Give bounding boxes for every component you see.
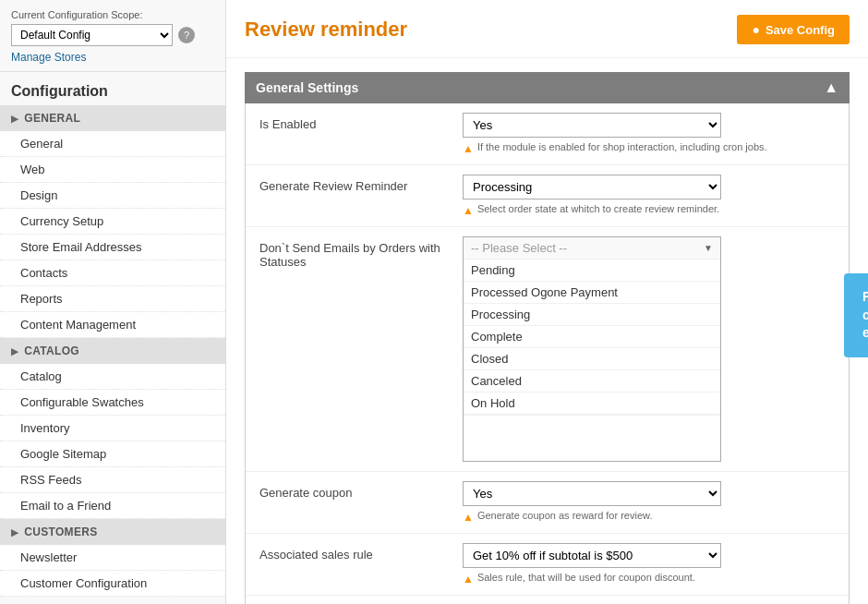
- dropdown-placeholder-text: -- Please Select --: [471, 241, 567, 255]
- tooltip-box: Find general configurations of the exten…: [844, 273, 868, 357]
- dropdown-empty-area: [464, 415, 720, 461]
- manage-stores-link[interactable]: Manage Stores: [11, 51, 214, 64]
- select-sales-rule[interactable]: Get 10% off if subtotal is $500 None: [463, 543, 721, 568]
- hint-text-generate-coupon: Generate coupon as reward for review.: [477, 510, 653, 521]
- nav-group-customers-label: CUSTOMERS: [24, 525, 97, 538]
- section-body: Is Enabled Yes No ▲ If the module is ena…: [245, 103, 850, 604]
- nav-group-customers[interactable]: ▶ CUSTOMERS: [0, 519, 225, 545]
- hint-text-generate-reminder: Select order state at whitch to create r…: [477, 203, 719, 214]
- hint-icon-generate-coupon: ▲: [463, 511, 474, 524]
- hint-icon-sales-rule: ▲: [463, 573, 474, 586]
- label-is-enabled: Is Enabled: [259, 113, 463, 131]
- select-generate-coupon[interactable]: Yes No: [463, 481, 721, 506]
- nav-group-catalog-label: CATALOG: [24, 344, 79, 357]
- dropdown-item-processing[interactable]: Processing: [464, 304, 720, 326]
- label-generate-reminder: Generate Review Reminder: [259, 175, 463, 193]
- sidebar-item-rss-feeds[interactable]: RSS Feeds: [0, 467, 225, 493]
- sidebar-item-customer-config[interactable]: Customer Configuration: [0, 571, 225, 597]
- form-area: General Settings ▲ Is Enabled Yes No ▲ I…: [226, 58, 868, 604]
- control-is-enabled: Yes No ▲ If the module is enabled for sh…: [463, 113, 835, 155]
- section-title: General Settings: [256, 80, 358, 95]
- sidebar-item-store-email[interactable]: Store Email Addresses: [0, 235, 225, 260]
- dropdown-item-closed[interactable]: Closed: [464, 348, 720, 370]
- sidebar-item-general[interactable]: General: [0, 131, 225, 157]
- dropdown-item-canceled[interactable]: Canceled: [464, 370, 720, 393]
- sidebar-item-reports[interactable]: Reports: [0, 286, 225, 312]
- control-sales-rule: Get 10% off if subtotal is $500 None ▲ S…: [463, 543, 835, 586]
- sidebar-item-content-management[interactable]: Content Management: [0, 312, 225, 338]
- hint-icon-is-enabled: ▲: [463, 142, 474, 155]
- sidebar-item-catalog[interactable]: Catalog: [0, 364, 225, 390]
- label-dont-send-emails: Don`t Send Emails by Orders with Statuse…: [259, 236, 463, 269]
- scope-label: Current Configuration Scope:: [11, 9, 214, 20]
- main-content: Review reminder ● Save Config General Se…: [226, 0, 868, 604]
- label-generate-coupon: Generate coupon: [259, 481, 463, 500]
- save-button-label: Save Config: [766, 23, 835, 37]
- label-sales-rule: Associated sales rule: [259, 543, 463, 562]
- control-dont-send-emails: -- Please Select -- ▼ Pending Processed …: [463, 236, 835, 462]
- nav-group-general[interactable]: ▶ GENERAL: [0, 105, 225, 131]
- control-generate-reminder: Pending Processing Complete Closed Cance…: [463, 175, 835, 217]
- dropdown-arrow-icon: ▼: [704, 243, 713, 253]
- field-send-email-days: Send email X days after order ▲ When the…: [246, 596, 849, 604]
- hint-icon-generate-reminder: ▲: [463, 204, 474, 217]
- sidebar-item-newsletter[interactable]: Newsletter: [0, 545, 225, 571]
- dropdown-item-pending[interactable]: Pending: [464, 260, 720, 282]
- control-generate-coupon: Yes No ▲ Generate coupon as reward for r…: [463, 481, 835, 524]
- save-icon: ●: [752, 22, 759, 37]
- nav-group-general-label: GENERAL: [24, 112, 80, 125]
- field-sales-rule: Associated sales rule Get 10% off if sub…: [246, 534, 849, 596]
- scope-help-icon[interactable]: ?: [178, 27, 195, 43]
- sidebar-item-google-sitemap[interactable]: Google Sitemap: [0, 441, 225, 467]
- hint-sales-rule: ▲ Sales rule, that will be used for coup…: [463, 572, 835, 586]
- sidebar-item-contacts[interactable]: Contacts: [0, 260, 225, 286]
- sidebar-item-configurable-swatches[interactable]: Configurable Swatches: [0, 390, 225, 416]
- catalog-arrow-icon: ▶: [11, 346, 18, 356]
- dropdown-dont-send: -- Please Select -- ▼ Pending Processed …: [463, 236, 721, 462]
- select-generate-reminder[interactable]: Pending Processing Complete Closed Cance…: [463, 175, 721, 199]
- sidebar: Current Configuration Scope: Default Con…: [0, 0, 226, 604]
- field-generate-coupon: Generate coupon Yes No ▲ Generate coupon…: [246, 472, 849, 534]
- nav-group-catalog[interactable]: ▶ CATALOG: [0, 338, 225, 364]
- sidebar-item-inventory[interactable]: Inventory: [0, 416, 225, 441]
- select-is-enabled[interactable]: Yes No: [463, 113, 721, 138]
- hint-is-enabled: ▲ If the module is enabled for shop inte…: [463, 141, 835, 155]
- scope-section: Current Configuration Scope: Default Con…: [0, 0, 225, 72]
- hint-text-sales-rule: Sales rule, that will be used for coupon…: [477, 572, 695, 583]
- field-generate-reminder: Generate Review Reminder Pending Process…: [246, 165, 849, 227]
- sidebar-item-currency-setup[interactable]: Currency Setup: [0, 209, 225, 235]
- sidebar-item-web[interactable]: Web: [0, 157, 225, 183]
- sidebar-item-email-to-friend[interactable]: Email to a Friend: [0, 493, 225, 519]
- hint-text-is-enabled: If the module is enabled for shop intera…: [477, 141, 767, 152]
- sidebar-title: Configuration: [0, 72, 225, 105]
- sidebar-item-design[interactable]: Design: [0, 183, 225, 209]
- hint-generate-reminder: ▲ Select order state at whitch to create…: [463, 203, 835, 217]
- main-header: Review reminder ● Save Config: [226, 0, 868, 58]
- section-header: General Settings ▲: [245, 72, 850, 103]
- scope-select[interactable]: Default Config Website Store View: [11, 24, 173, 46]
- hint-generate-coupon: ▲ Generate coupon as reward for review.: [463, 510, 835, 524]
- page-title: Review reminder: [245, 18, 407, 42]
- dropdown-item-on-hold[interactable]: On Hold: [464, 393, 720, 415]
- field-dont-send-emails: Don`t Send Emails by Orders with Statuse…: [246, 227, 849, 472]
- collapse-icon[interactable]: ▲: [824, 79, 838, 96]
- field-is-enabled: Is Enabled Yes No ▲ If the module is ena…: [246, 103, 849, 165]
- dropdown-item-processed-ogone[interactable]: Processed Ogone Payment: [464, 282, 720, 304]
- save-config-button[interactable]: ● Save Config: [737, 15, 850, 44]
- dropdown-item-complete[interactable]: Complete: [464, 326, 720, 348]
- dropdown-placeholder[interactable]: -- Please Select -- ▼: [464, 237, 720, 260]
- general-arrow-icon: ▶: [11, 114, 18, 124]
- customers-arrow-icon: ▶: [11, 527, 18, 538]
